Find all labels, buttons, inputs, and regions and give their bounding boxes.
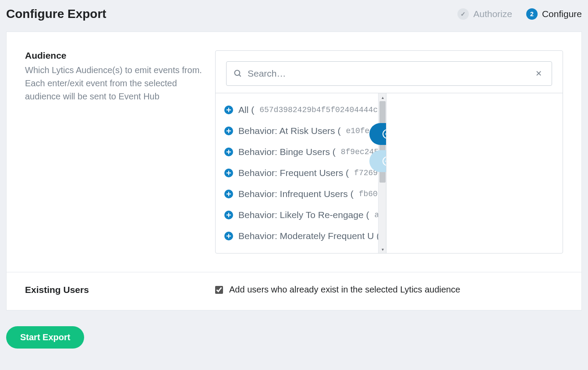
plus-icon	[224, 127, 233, 135]
audience-title: Audience	[25, 50, 203, 61]
list-item[interactable]: Behavior: Moderately Frequent U (	[223, 226, 383, 247]
step-authorize-label: Authorize	[473, 9, 512, 19]
audience-picker: ✕ All (657d3982429b4f5f02404444cb2Behavi…	[215, 50, 563, 254]
svg-line-1	[239, 75, 241, 77]
start-export-button[interactable]: Start Export	[6, 326, 84, 349]
list-item-label: Behavior: Binge Users (	[238, 147, 336, 157]
list-item-id: 657d3982429b4f5f02404444cb2	[259, 106, 383, 114]
list-item-id: fb60	[359, 190, 378, 198]
config-panel: Audience Which Lytics Audience(s) to emi…	[6, 32, 582, 310]
plus-icon	[224, 148, 233, 156]
list-item-label: Behavior: Infrequent Users (	[238, 189, 354, 199]
audience-lists: All (657d3982429b4f5f02404444cb2Behavior…	[216, 93, 563, 253]
step-indicator: ✓ Authorize 2 Configure	[457, 8, 582, 20]
list-item-label: Behavior: Frequent Users (	[238, 168, 349, 178]
plus-icon	[224, 232, 233, 240]
plus-icon	[224, 106, 233, 114]
search-input[interactable]	[248, 68, 533, 79]
step-configure[interactable]: 2 Configure	[526, 8, 582, 20]
selected-list	[386, 93, 563, 253]
list-item-label: All (	[238, 105, 254, 115]
clear-icon[interactable]: ✕	[533, 69, 545, 78]
scrollbar[interactable]: ▴ ▾	[378, 93, 386, 253]
plus-icon	[224, 190, 233, 198]
page-header: Configure Export ✓ Authorize 2 Configure	[0, 0, 588, 32]
existing-users-checkbox-row[interactable]: Add users who already exist in the selec…	[215, 285, 563, 295]
scroll-up-icon[interactable]: ▴	[379, 94, 386, 100]
list-item[interactable]: Behavior: Infrequent Users (fb60	[223, 183, 383, 204]
list-item[interactable]: All (657d3982429b4f5f02404444cb2	[223, 99, 383, 120]
plus-icon	[224, 211, 233, 219]
svg-point-0	[235, 70, 240, 76]
minus-circle-icon	[383, 156, 386, 166]
existing-users-info: Existing Users	[25, 285, 215, 298]
available-list: All (657d3982429b4f5f02404444cb2Behavior…	[216, 93, 386, 253]
list-item[interactable]: Behavior: At Risk Users (e10fec	[223, 120, 383, 141]
footer: Start Export	[0, 310, 588, 364]
existing-users-section: Existing Users Add users who already exi…	[7, 272, 581, 310]
page-title: Configure Export	[6, 7, 106, 21]
existing-users-checkbox[interactable]	[215, 286, 223, 294]
step-authorize-badge: ✓	[457, 8, 469, 20]
existing-users-title: Existing Users	[25, 285, 203, 295]
search-row: ✕	[216, 51, 563, 93]
list-item[interactable]: Behavior: Binge Users (8f9ec245b	[223, 141, 383, 162]
plus-icon	[224, 169, 233, 177]
scroll-down-icon[interactable]: ▾	[379, 246, 386, 252]
audience-description: Which Lytics Audience(s) to emit events …	[25, 63, 203, 103]
list-item-label: Behavior: Moderately Frequent U (	[238, 231, 379, 241]
step-configure-label: Configure	[542, 9, 582, 19]
step-configure-badge: 2	[526, 8, 538, 20]
search-icon	[234, 69, 242, 78]
audience-info: Audience Which Lytics Audience(s) to emi…	[25, 50, 215, 254]
step-authorize[interactable]: ✓ Authorize	[457, 8, 512, 20]
search-field[interactable]: ✕	[226, 61, 552, 86]
list-item[interactable]: Behavior: Frequent Users (f7269	[223, 162, 383, 183]
list-item[interactable]: Behavior: Likely To Re-engage (a	[223, 204, 383, 226]
plus-circle-icon	[383, 129, 386, 139]
existing-users-label: Add users who already exist in the selec…	[229, 285, 460, 295]
existing-users-right: Add users who already exist in the selec…	[215, 285, 563, 298]
list-item-label: Behavior: Likely To Re-engage (	[238, 210, 369, 220]
audience-picker-wrap: ✕ All (657d3982429b4f5f02404444cb2Behavi…	[215, 50, 563, 254]
audience-section: Audience Which Lytics Audience(s) to emi…	[7, 32, 581, 272]
list-item-label: Behavior: At Risk Users (	[238, 126, 340, 136]
